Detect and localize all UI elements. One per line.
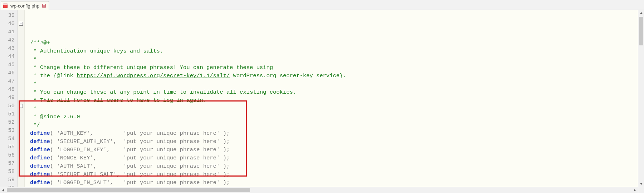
- close-icon[interactable]: [42, 3, 47, 8]
- fold-column[interactable]: [18, 10, 24, 193]
- fold-cell[interactable]: [18, 127, 24, 135]
- svg-rect-2: [4, 4, 4, 4]
- code-area[interactable]: /**#@+ * Authentication unique keys and …: [29, 10, 644, 193]
- horizontal-scrollbar[interactable]: [0, 187, 638, 193]
- tab-strip: wp-config.php: [0, 0, 644, 10]
- code-line[interactable]: * This will force all users to have to l…: [29, 96, 644, 105]
- fold-cell[interactable]: [18, 61, 24, 69]
- code-line[interactable]: * Change these to different unique phras…: [29, 64, 644, 72]
- fold-cell[interactable]: [18, 143, 24, 151]
- line-number: 46: [0, 69, 18, 77]
- line-number: 51: [0, 110, 18, 118]
- fold-cell[interactable]: [18, 36, 24, 44]
- fold-cell[interactable]: [18, 118, 24, 127]
- code-line[interactable]: define( 'SECURE_AUTH_SALT', 'put your un…: [29, 170, 644, 179]
- line-number: 55: [0, 143, 18, 151]
- code-line[interactable]: */: [29, 121, 644, 129]
- fold-cell[interactable]: [18, 53, 24, 61]
- fold-cell[interactable]: [18, 151, 24, 159]
- fold-cell[interactable]: [18, 28, 24, 36]
- line-number: 44: [0, 53, 18, 61]
- scroll-up-button[interactable]: [638, 10, 644, 16]
- fold-cell[interactable]: [18, 85, 24, 94]
- tab-label: wp-config.php: [10, 3, 39, 9]
- line-number: 48: [0, 85, 18, 94]
- code-line[interactable]: define( 'AUTH_KEY', 'put your unique phr…: [29, 129, 644, 138]
- vertical-scrollbar[interactable]: [638, 10, 644, 187]
- code-line[interactable]: define( 'LOGGED_IN_KEY', 'put your uniqu…: [29, 146, 644, 154]
- line-number-gutter: 3940414243444546474849505152535455565758…: [0, 10, 18, 193]
- fold-cell[interactable]: [18, 176, 24, 184]
- code-line[interactable]: * @since 2.6.0: [29, 113, 644, 121]
- code-line[interactable]: define( 'SECURE_AUTH_KEY', 'put your uni…: [29, 138, 644, 146]
- code-line[interactable]: * You can change these at any point in t…: [29, 88, 644, 96]
- line-number: 53: [0, 127, 18, 135]
- fold-cell[interactable]: [18, 102, 24, 110]
- fold-cell[interactable]: [18, 168, 24, 176]
- code-line[interactable]: /**#@+: [29, 39, 644, 47]
- code-line[interactable]: define( 'LOGGED_IN_SALT', 'put your uniq…: [29, 179, 644, 187]
- vertical-scroll-track[interactable]: [638, 16, 644, 181]
- code-line[interactable]: *: [29, 80, 644, 88]
- horizontal-scroll-thumb[interactable]: [7, 188, 250, 192]
- fold-cell[interactable]: [18, 135, 24, 143]
- file-tab[interactable]: wp-config.php: [1, 1, 49, 10]
- line-number: 42: [0, 36, 18, 44]
- scroll-down-button[interactable]: [638, 181, 644, 187]
- fold-cell[interactable]: [18, 77, 24, 85]
- horizontal-scroll-track[interactable]: [6, 187, 632, 193]
- fold-cell[interactable]: [18, 94, 24, 102]
- code-editor[interactable]: 3940414243444546474849505152535455565758…: [0, 10, 644, 193]
- line-number: 43: [0, 44, 18, 53]
- line-number: 49: [0, 94, 18, 102]
- line-number: 40: [0, 20, 18, 28]
- line-number: 54: [0, 135, 18, 143]
- code-line[interactable]: * the {@link https://api.wordpress.org/s…: [29, 72, 644, 80]
- line-number: 41: [0, 28, 18, 36]
- scroll-right-button[interactable]: [632, 187, 638, 193]
- fold-toggle-icon[interactable]: [19, 104, 23, 108]
- line-number: 39: [0, 11, 18, 20]
- vertical-scroll-thumb[interactable]: [639, 17, 643, 45]
- file-icon: [3, 3, 8, 9]
- scrollbar-corner: [638, 187, 644, 193]
- fold-cell[interactable]: [18, 159, 24, 168]
- line-number: 52: [0, 118, 18, 127]
- fold-cell[interactable]: [18, 20, 24, 28]
- margin-column: [24, 10, 29, 193]
- fold-cell[interactable]: [18, 69, 24, 77]
- line-number: 58: [0, 168, 18, 176]
- line-number: 57: [0, 159, 18, 168]
- code-line[interactable]: *: [29, 55, 644, 64]
- code-line[interactable]: * Authentication unique keys and salts.: [29, 47, 644, 55]
- code-line[interactable]: define( 'AUTH_SALT', 'put your unique ph…: [29, 162, 644, 170]
- code-line[interactable]: [29, 31, 644, 39]
- fold-toggle-icon[interactable]: [19, 22, 23, 26]
- fold-cell[interactable]: [18, 11, 24, 20]
- line-number: 50: [0, 102, 18, 110]
- code-line[interactable]: define( 'NONCE_KEY', 'put your unique ph…: [29, 154, 644, 162]
- line-number: 59: [0, 176, 18, 184]
- line-number: 45: [0, 61, 18, 69]
- line-number: 56: [0, 151, 18, 159]
- fold-cell[interactable]: [18, 110, 24, 118]
- scroll-left-button[interactable]: [0, 187, 6, 193]
- code-line[interactable]: *: [29, 105, 644, 113]
- fold-cell[interactable]: [18, 44, 24, 53]
- line-number: 47: [0, 77, 18, 85]
